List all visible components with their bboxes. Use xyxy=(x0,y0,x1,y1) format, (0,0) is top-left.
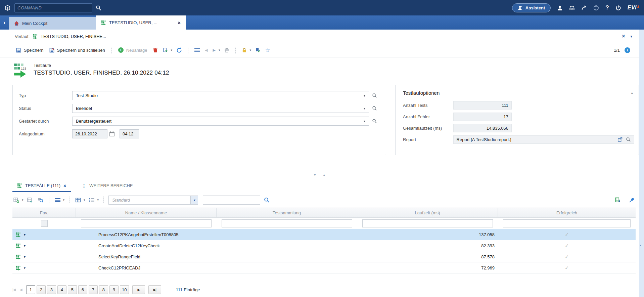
column-header-name[interactable]: Name / Klassenname xyxy=(76,208,217,217)
column-header-success[interactable]: Erfolgreich xyxy=(498,208,636,217)
row-menu-chevron-icon[interactable]: ▾ xyxy=(24,266,26,270)
last-page-button[interactable]: ▶| xyxy=(148,285,161,294)
command-input[interactable] xyxy=(17,5,89,10)
column-header-runtime[interactable]: Laufzeit (ms) xyxy=(357,208,498,217)
grid-view-chevron-icon[interactable]: ▾ xyxy=(84,198,85,202)
fav-filter-checkbox[interactable] xyxy=(41,220,48,227)
tabs-scroll-icon[interactable]: › xyxy=(3,19,5,26)
list-view-button[interactable] xyxy=(88,196,96,204)
list-view-chevron-icon[interactable]: ▾ xyxy=(97,198,99,202)
view-select[interactable]: Standard ▾ xyxy=(108,196,198,205)
copy-menu-chevron-icon[interactable]: ▾ xyxy=(171,48,173,52)
table-menu-chevron-icon[interactable]: ▾ xyxy=(63,198,65,202)
table-row[interactable]: ▾ SelectKeyRangeField 87.578 ✓ xyxy=(12,251,636,262)
collection-filter-input[interactable] xyxy=(222,219,352,227)
tab-testfaelle[interactable]: TESTFÄLLE (111) × xyxy=(12,179,71,192)
save-button[interactable]: Speichern xyxy=(15,47,45,54)
accept-flag-button[interactable] xyxy=(254,47,261,54)
tab-weitere-bereiche[interactable]: ⋮ WEITERE BEREICHE xyxy=(77,179,137,192)
menu-button[interactable] xyxy=(193,47,201,53)
save-and-close-button[interactable]: Speichern und schließen xyxy=(48,47,106,54)
open-report-icon[interactable] xyxy=(617,137,623,142)
status-combobox[interactable]: Beendet ▾ xyxy=(72,104,369,113)
new-record-button[interactable]: + Neuanlage xyxy=(117,46,149,54)
delete-button[interactable] xyxy=(152,47,159,54)
report-field[interactable]: Report [A TestStudio report.] xyxy=(453,135,634,144)
grid-view-button[interactable] xyxy=(74,196,82,204)
history-menu-chevron-icon[interactable]: ▾ xyxy=(630,34,632,39)
right-collapse-rail[interactable]: ‹ xyxy=(639,30,644,297)
started-by-combobox[interactable]: Benutzergesteuert ▾ xyxy=(72,117,369,126)
row-menu-chevron-icon[interactable]: ▾ xyxy=(24,244,26,248)
duplicate-rows-button[interactable] xyxy=(26,196,34,204)
page-button[interactable]: 1 xyxy=(26,285,35,294)
column-header-fav[interactable]: Fav. xyxy=(12,208,76,217)
row-menu-chevron-icon[interactable]: ▾ xyxy=(24,255,26,259)
page-button[interactable]: 2 xyxy=(37,285,46,294)
panel-collapse-icon[interactable]: ▴ xyxy=(631,91,633,95)
export-excel-button[interactable] xyxy=(614,196,622,204)
rail-collapse-icon[interactable]: ‹ xyxy=(640,243,641,248)
first-page-icon[interactable]: |◀ xyxy=(12,288,15,292)
time-field[interactable]: 04:12 xyxy=(120,129,139,138)
chevron-down-icon[interactable]: ▾ xyxy=(364,94,365,97)
chevron-down-icon[interactable]: ▾ xyxy=(364,107,365,110)
splitter-collapse-down-icon[interactable]: ▾ xyxy=(314,173,316,177)
search-rows-button[interactable] xyxy=(37,196,44,204)
table-menu-button[interactable] xyxy=(54,197,61,203)
typ-lookup-icon[interactable] xyxy=(372,93,377,98)
started-by-lookup-icon[interactable] xyxy=(372,119,377,124)
table-row[interactable]: ▾ CheckC12PRICEADJ 72.969 ✓ xyxy=(12,262,636,273)
report-lookup-icon[interactable] xyxy=(626,137,631,142)
table-row[interactable]: ▾ CreateAndDeleteC12KeyCheck 82.393 ✓ xyxy=(12,240,636,251)
tab-teststudio[interactable]: TESTSTUDIO, USER, ... × xyxy=(96,15,186,30)
calendar-icon[interactable] xyxy=(109,131,115,137)
lock-menu-chevron-icon[interactable]: ▾ xyxy=(250,48,251,52)
info-icon[interactable]: i xyxy=(625,47,630,53)
power-icon[interactable] xyxy=(615,5,621,11)
refresh-button[interactable] xyxy=(175,46,183,54)
runtime-filter-input[interactable] xyxy=(362,219,493,227)
page-button[interactable]: 6 xyxy=(78,285,87,294)
page-button[interactable]: 7 xyxy=(89,285,98,294)
page-button[interactable]: 10 xyxy=(120,285,129,294)
command-search-icon[interactable] xyxy=(96,5,101,11)
page-button[interactable]: 4 xyxy=(57,285,66,294)
user-icon[interactable] xyxy=(557,5,563,11)
page-button[interactable]: 3 xyxy=(47,285,56,294)
table-search-button[interactable] xyxy=(263,196,271,204)
page-button[interactable]: 5 xyxy=(68,285,77,294)
print-button[interactable] xyxy=(223,47,230,54)
chevron-down-icon[interactable]: ▾ xyxy=(364,119,365,123)
page-button[interactable]: 8 xyxy=(99,285,108,294)
next-menu-chevron-icon[interactable]: ▾ xyxy=(219,48,220,52)
status-lookup-icon[interactable] xyxy=(372,106,377,111)
prev-page-icon[interactable]: ◀ xyxy=(19,288,22,292)
next-page-button[interactable]: ▶ xyxy=(132,285,145,294)
tab-mein-cockpit[interactable]: Mein Cockpit xyxy=(9,17,96,30)
page-button[interactable]: 9 xyxy=(109,285,119,294)
column-header-collection[interactable]: Testsammlung xyxy=(217,208,357,217)
help-icon[interactable]: ? xyxy=(605,4,609,11)
assistant-button[interactable]: Assistent xyxy=(512,3,551,12)
lock-button[interactable] xyxy=(241,47,248,54)
redo-icon[interactable] xyxy=(581,5,587,11)
app-cube-icon[interactable] xyxy=(5,5,10,11)
table-search-input[interactable] xyxy=(203,196,260,205)
pin-table-button[interactable] xyxy=(628,196,636,204)
name-filter-input[interactable] xyxy=(81,219,212,227)
prev-record-button[interactable]: ◀ xyxy=(204,47,209,53)
date-field[interactable]: 26.10.2022 xyxy=(72,129,107,138)
tab-close-icon[interactable]: × xyxy=(63,183,66,188)
globe-icon[interactable] xyxy=(593,5,599,11)
typ-combobox[interactable]: Test-Studio ▾ xyxy=(72,91,369,100)
splitter-collapse-up-icon[interactable]: ▴ xyxy=(323,173,325,177)
history-item[interactable]: TESTSTUDIO, USER, FINISHE... xyxy=(41,34,106,39)
table-row[interactable]: ▾ ProcessC12PKAngebotErstellenT008805 13… xyxy=(12,229,636,240)
row-menu-chevron-icon[interactable]: ▾ xyxy=(24,233,26,237)
history-close-icon[interactable]: × xyxy=(622,33,625,39)
favorite-button[interactable]: ☆ xyxy=(264,46,271,55)
copy-button[interactable] xyxy=(162,47,169,54)
inbox-icon[interactable] xyxy=(569,5,575,11)
view-select-chevron-icon[interactable]: ▾ xyxy=(190,196,198,204)
